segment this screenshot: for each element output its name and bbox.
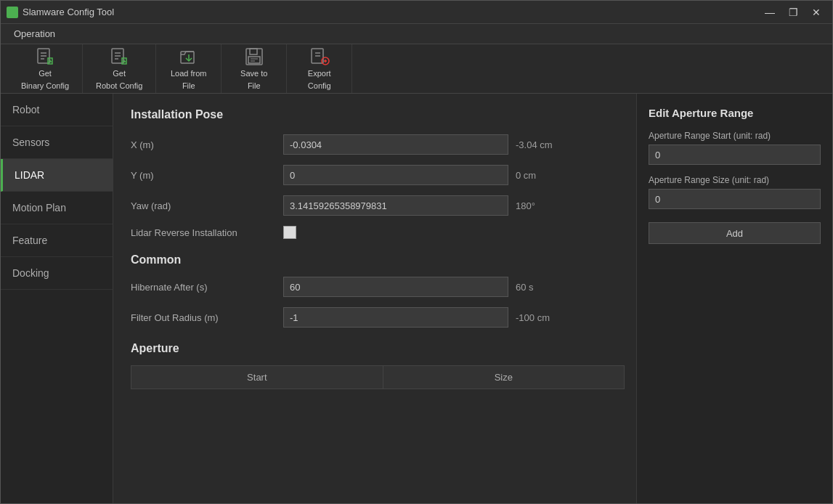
yaw-row: Yaw (rad) 180° (131, 195, 619, 216)
add-button[interactable]: Add (649, 222, 821, 244)
svg-rect-18 (248, 57, 260, 63)
aperture-size-label: Aperture Range Size (unit: rad) (649, 175, 821, 185)
sidebar-item-docking[interactable]: Docking (1, 257, 113, 290)
y-unit: 0 cm (516, 170, 559, 181)
aperture-col-size: Size (383, 366, 624, 389)
svg-rect-17 (250, 49, 257, 54)
sidebar-item-motion-plan[interactable]: Motion Plan (1, 192, 113, 224)
yaw-unit: 180° (516, 200, 559, 211)
toolbar-get-robot-config-label1: Get (113, 69, 126, 78)
svg-rect-14 (181, 52, 194, 63)
content-area: Installation Pose X (m) -3.04 cm Y (m) 0… (113, 94, 636, 504)
lidar-reverse-row: Lidar Reverse Installation (131, 226, 619, 239)
aperture-col-start: Start (131, 366, 383, 389)
toolbar-load-from-file-label2: File (182, 81, 195, 91)
restore-button[interactable]: ❐ (783, 4, 803, 20)
edit-aperture-title: Edit Aperture Range (649, 107, 821, 119)
x-unit: -3.04 cm (516, 139, 559, 150)
filter-out-unit: -100 cm (516, 312, 559, 323)
yaw-label: Yaw (rad) (131, 200, 276, 211)
filter-out-label: Filter Out Radius (m) (131, 312, 276, 323)
toolbar-export-config-label1: Export (308, 69, 331, 78)
close-button[interactable]: ✕ (806, 4, 826, 20)
get-robot-config-icon (109, 46, 129, 67)
filter-out-row: Filter Out Radius (m) -100 cm (131, 307, 619, 328)
load-from-file-icon (179, 46, 199, 67)
toolbar-export-config-label2: Config (308, 81, 331, 91)
toolbar-save-to-file-label2: File (248, 81, 261, 91)
toolbar-save-to-file[interactable]: Save to File (222, 44, 287, 93)
aperture-table: Start Size (131, 365, 625, 389)
main-layout: Robot Sensors LIDAR Motion Plan Feature … (1, 94, 832, 504)
yaw-input[interactable] (283, 195, 508, 216)
sidebar-item-sensors[interactable]: Sensors (1, 126, 113, 159)
hibernate-unit: 60 s (516, 282, 559, 293)
y-input[interactable] (283, 165, 508, 185)
save-to-file-icon (244, 46, 264, 67)
get-binary-config-icon (35, 46, 55, 67)
aperture-start-input[interactable] (649, 145, 821, 165)
aperture-start-label: Aperture Range Start (unit: rad) (649, 131, 821, 141)
common-title: Common (131, 253, 619, 267)
x-row: X (m) -3.04 cm (131, 134, 619, 155)
filter-out-input[interactable] (283, 307, 508, 328)
menu-item-operation[interactable]: Operation (7, 25, 62, 42)
installation-pose-title: Installation Pose (131, 108, 619, 121)
y-row: Y (m) 0 cm (131, 165, 619, 185)
title-bar-controls: — ❐ ✕ (760, 4, 826, 20)
title-bar-left: Slamware Config Tool (7, 7, 114, 18)
right-panel: Edit Aperture Range Aperture Range Start… (636, 94, 832, 504)
toolbar-get-robot-config[interactable]: Get Robot Config (83, 44, 156, 93)
lidar-reverse-checkbox[interactable] (283, 226, 296, 239)
minimize-button[interactable]: — (760, 4, 780, 20)
toolbar-get-robot-config-label2: Robot Config (96, 81, 142, 91)
x-label: X (m) (131, 139, 276, 150)
hibernate-input[interactable] (283, 277, 508, 297)
sidebar: Robot Sensors LIDAR Motion Plan Feature … (1, 94, 113, 504)
export-config-icon (309, 46, 330, 67)
menu-bar: Operation (1, 24, 832, 44)
app-icon (7, 7, 18, 18)
toolbar-save-to-file-label1: Save to (240, 69, 267, 78)
toolbar-get-binary-config-label1: Get (38, 69, 52, 78)
sidebar-item-lidar[interactable]: LIDAR (1, 159, 113, 192)
aperture-title: Aperture (131, 342, 619, 355)
sidebar-item-robot[interactable]: Robot (1, 94, 113, 126)
toolbar-get-binary-config-label2: Binary Config (21, 81, 69, 91)
toolbar: Get Binary Config Get Robot Config (1, 44, 832, 94)
sidebar-item-feature[interactable]: Feature (1, 224, 113, 257)
toolbar-load-from-file-label1: Load from (171, 69, 207, 78)
hibernate-row: Hibernate After (s) 60 s (131, 277, 619, 297)
toolbar-get-binary-config[interactable]: Get Binary Config (8, 44, 83, 93)
toolbar-export-config[interactable]: Export Config (287, 44, 352, 93)
window-title: Slamware Config Tool (23, 7, 114, 17)
lidar-reverse-label: Lidar Reverse Installation (131, 227, 276, 238)
aperture-size-input[interactable] (649, 189, 821, 209)
x-input[interactable] (283, 134, 508, 155)
hibernate-label: Hibernate After (s) (131, 282, 276, 293)
y-label: Y (m) (131, 170, 276, 181)
title-bar: Slamware Config Tool — ❐ ✕ (1, 1, 832, 24)
toolbar-load-from-file[interactable]: Load from File (156, 44, 222, 93)
